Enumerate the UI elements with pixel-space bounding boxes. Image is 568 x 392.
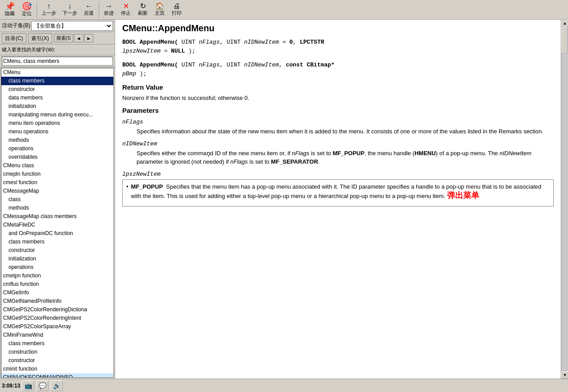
tree-item[interactable]: menu item operations bbox=[1, 119, 113, 128]
page-title: CMenu::AppendMenu bbox=[122, 23, 554, 33]
tree-item[interactable]: methods bbox=[1, 136, 113, 144]
tree-item[interactable]: CMGetPS2ColorRenderingDictiona bbox=[1, 305, 113, 314]
tree-item[interactable]: operations bbox=[1, 263, 113, 272]
tree-item[interactable]: constructor bbox=[1, 246, 113, 255]
tree-item[interactable]: data members bbox=[1, 94, 113, 102]
forward-arrow-icon: → bbox=[105, 3, 112, 10]
locate-icon: 🎯 bbox=[22, 2, 32, 10]
right-panel: CMenu::AppendMenu BOOL AppendMenu( UINT … bbox=[115, 20, 561, 379]
content-area: CMenu::AppendMenu BOOL AppendMenu( UINT … bbox=[115, 20, 561, 379]
tree-item[interactable]: cminit function bbox=[1, 365, 113, 373]
tree-item[interactable]: menu operations bbox=[1, 128, 113, 136]
home-icon: 🏠 bbox=[155, 3, 164, 10]
status-time: 3:09:13 bbox=[2, 383, 20, 389]
stop-button[interactable]: ✕ 停止 bbox=[118, 2, 134, 17]
signature2: BOOL AppendMenu( UINT nFlags, UINT nIDNe… bbox=[122, 61, 554, 78]
return-value-text: Nonzero if the function is successful; o… bbox=[122, 95, 554, 101]
search-label-row: 键入要查找的关键字(W): bbox=[0, 45, 115, 55]
param1-name: nFlags bbox=[122, 119, 554, 125]
tree-item[interactable]: initialization bbox=[1, 102, 113, 111]
activity-label: 活动子集(B) bbox=[2, 22, 30, 29]
search-input[interactable] bbox=[2, 57, 113, 66]
stop-icon: ✕ bbox=[123, 3, 129, 10]
tree-item[interactable]: overridables bbox=[1, 153, 113, 161]
separator2 bbox=[99, 2, 99, 18]
search-prev-btn[interactable]: ◄ bbox=[74, 34, 83, 42]
tree-item[interactable]: CMessageMap bbox=[1, 187, 113, 195]
down-arrow-icon: ↓ bbox=[68, 3, 72, 10]
back-button[interactable]: ← 后退 bbox=[81, 2, 97, 17]
tree-item[interactable]: operations bbox=[1, 144, 113, 153]
forward-button[interactable]: → 前进 bbox=[101, 2, 117, 17]
separator1 bbox=[37, 2, 37, 18]
bullet1-content: MF_POPUP Specifies that the menu item ha… bbox=[131, 183, 550, 201]
tree-item[interactable]: class members bbox=[1, 339, 113, 348]
content-box: • MF_POPUP Specifies that the menu item … bbox=[122, 179, 554, 206]
search-next-btn[interactable]: ► bbox=[84, 34, 94, 42]
scroll-down-button[interactable]: ▼ bbox=[561, 371, 568, 379]
tree-item[interactable]: cmflus function bbox=[1, 280, 113, 289]
back-arrow-icon: ← bbox=[85, 3, 92, 10]
scrollbar-right: ▲ ▼ bbox=[561, 20, 568, 379]
param2-name: nIDNewItem bbox=[122, 140, 554, 147]
tree-item[interactable]: CMenu class bbox=[1, 161, 113, 170]
up-arrow-icon: ↑ bbox=[47, 3, 51, 10]
home-button[interactable]: 🏠 主页 bbox=[152, 2, 168, 17]
tree-item[interactable]: and OnPrepareDC function bbox=[1, 229, 113, 238]
tree-item[interactable]: class bbox=[1, 195, 113, 204]
tree-item[interactable]: constructor bbox=[1, 85, 113, 94]
tree-item[interactable]: initialization bbox=[1, 255, 113, 263]
tree-item[interactable]: cmetpn function bbox=[1, 272, 113, 280]
param2-desc: Specifies either the comman̥d ID of the … bbox=[137, 149, 554, 166]
refresh-button[interactable]: ↻ 刷新 bbox=[135, 2, 151, 17]
next-step-button[interactable]: ↓ 下一步 bbox=[60, 2, 80, 17]
print-icon: 🖨 bbox=[173, 3, 180, 10]
tree-container[interactable]: CMenuclass membersconstructordata member… bbox=[1, 68, 114, 378]
status-icon-monitor[interactable]: 📺 bbox=[22, 380, 34, 391]
tree-item[interactable]: CMGetInfo bbox=[1, 289, 113, 297]
locate-button[interactable]: 🎯 定位 bbox=[19, 1, 35, 18]
search-label: 键入要查找的关键字(W): bbox=[2, 46, 55, 53]
tree-item[interactable]: constructor bbox=[1, 356, 113, 365]
scroll-up-button[interactable]: ▲ bbox=[561, 20, 568, 27]
tree-item[interactable]: CMenu bbox=[1, 68, 113, 77]
left-panel: 活动子集(B) 【全部集合】 目录(C) 索引(X) 搜索(S ◄ ► 键入要查… bbox=[0, 20, 115, 379]
tree-item[interactable]: CMINVOKECOMMANDINFO bbox=[1, 373, 113, 378]
tree-item[interactable]: cmesl function bbox=[1, 178, 113, 187]
tree-item[interactable]: CMGetPS2ColorRenderingIntent bbox=[1, 314, 113, 322]
tree-item[interactable]: manipulating menus during execu... bbox=[1, 111, 113, 119]
tree-item[interactable]: CMiniFrameWnd bbox=[1, 331, 113, 339]
print-button[interactable]: 🖨 打印 bbox=[169, 2, 185, 17]
tree-item[interactable]: CMessageMap class members bbox=[1, 212, 113, 221]
tree-item[interactable]: CMGetNamedProfileInfo bbox=[1, 297, 113, 305]
refresh-icon: ↻ bbox=[140, 3, 146, 10]
tree-item[interactable]: class members bbox=[1, 238, 113, 246]
hide-button[interactable]: 📌 隐藏 bbox=[2, 1, 18, 18]
activity-dropdown[interactable]: 【全部集合】 bbox=[31, 21, 113, 31]
activity-bar: 活动子集(B) 【全部集合】 bbox=[0, 20, 115, 32]
signature1: BOOL AppendMenu( UINT nFlags, UINT nIDNe… bbox=[122, 38, 554, 55]
toolbar: 📌 隐藏 🎯 定位 ↑ 上一步 ↓ 下一步 ← 后退 → 前进 ✕ 停止 ↻ 刷… bbox=[0, 0, 568, 20]
tree-item[interactable]: construction bbox=[1, 348, 113, 356]
scrollbar-track bbox=[561, 27, 568, 371]
right-layout: CMenu::AppendMenu BOOL AppendMenu( UINT … bbox=[115, 20, 568, 379]
search-box-row bbox=[0, 55, 115, 67]
tree-item[interactable]: methods bbox=[1, 204, 113, 212]
search-button[interactable]: 搜索(S bbox=[54, 34, 73, 42]
tab-bar: 目录(C) 索引(X) 搜索(S ◄ ► bbox=[0, 32, 115, 45]
tree-item[interactable]: cmepln function bbox=[1, 170, 113, 178]
tab-index[interactable]: 索引(X) bbox=[28, 33, 52, 43]
tree-item[interactable]: class members bbox=[1, 77, 113, 85]
return-value-title: Return Value bbox=[122, 83, 554, 91]
param3-name: lpszNewItem bbox=[122, 171, 554, 177]
status-icon-chat[interactable]: 💬 bbox=[36, 380, 49, 391]
status-icon-volume[interactable]: 🔊 bbox=[50, 380, 63, 391]
popup-note: 弹出菜单 bbox=[447, 191, 479, 200]
tab-contents[interactable]: 目录(C) bbox=[2, 33, 26, 43]
prev-step-button[interactable]: ↑ 上一步 bbox=[39, 2, 59, 17]
tree-item[interactable]: CMetaFileDC bbox=[1, 221, 113, 229]
search-nav: 搜索(S ◄ ► bbox=[54, 34, 94, 42]
hide-icon: 📌 bbox=[5, 2, 15, 10]
tree-item[interactable]: CMGetPS2ColorSpaceArray bbox=[1, 322, 113, 331]
scrollbar-thumb[interactable] bbox=[561, 27, 568, 54]
